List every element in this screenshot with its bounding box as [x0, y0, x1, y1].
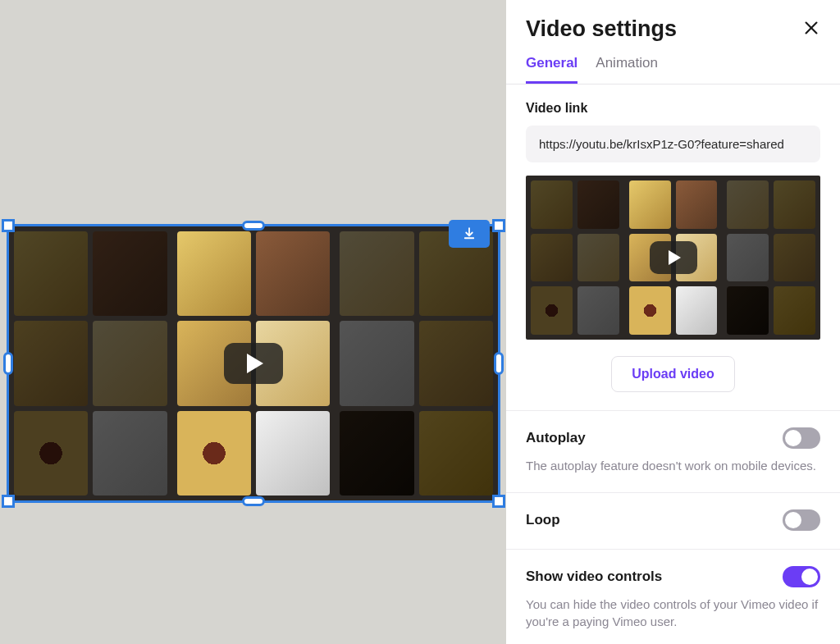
- preview-play-button[interactable]: [650, 241, 697, 274]
- resize-handle-right[interactable]: [494, 352, 504, 375]
- resize-handle-bottom-left[interactable]: [2, 495, 15, 508]
- show-controls-hint: You can hide the video controls of your …: [526, 596, 820, 630]
- resize-handle-top-right[interactable]: [492, 219, 505, 232]
- show-controls-label: Show video controls: [526, 569, 662, 585]
- video-link-label: Video link: [526, 101, 820, 116]
- close-icon: [802, 19, 820, 37]
- resize-handle-top-left[interactable]: [2, 219, 15, 232]
- show-controls-toggle[interactable]: [783, 566, 820, 587]
- autoplay-label: Autoplay: [526, 430, 586, 446]
- tab-bar: General Animation: [506, 50, 840, 84]
- video-link-input[interactable]: [526, 126, 820, 162]
- video-preview[interactable]: [526, 176, 820, 340]
- play-icon: [247, 354, 263, 373]
- download-icon: [462, 226, 477, 241]
- loop-toggle[interactable]: [783, 509, 820, 531]
- editor-canvas[interactable]: [0, 0, 506, 644]
- play-icon: [669, 250, 681, 265]
- autoplay-hint: The autoplay feature doesn't work on mob…: [526, 457, 820, 474]
- video-element-selected[interactable]: [7, 224, 500, 503]
- resize-handle-bottom[interactable]: [242, 496, 265, 506]
- section-video-link: Video link Upload video: [506, 84, 840, 411]
- download-button[interactable]: [449, 220, 490, 248]
- panel-title: Video settings: [526, 16, 677, 42]
- tab-animation[interactable]: Animation: [596, 55, 658, 84]
- video-settings-panel: Video settings General Animation Video l…: [506, 0, 840, 644]
- resize-handle-bottom-right[interactable]: [492, 495, 505, 508]
- section-loop: Loop: [506, 493, 840, 550]
- section-autoplay: Autoplay The autoplay feature doesn't wo…: [506, 411, 840, 493]
- section-show-controls: Show video controls You can hide the vid…: [506, 550, 840, 644]
- autoplay-toggle[interactable]: [783, 427, 820, 449]
- close-button[interactable]: [802, 19, 820, 40]
- resize-handle-left[interactable]: [3, 352, 13, 375]
- upload-video-button[interactable]: Upload video: [611, 356, 734, 392]
- tab-general[interactable]: General: [526, 55, 578, 84]
- resize-handle-top[interactable]: [242, 221, 265, 231]
- play-button[interactable]: [224, 343, 283, 384]
- loop-label: Loop: [526, 512, 560, 528]
